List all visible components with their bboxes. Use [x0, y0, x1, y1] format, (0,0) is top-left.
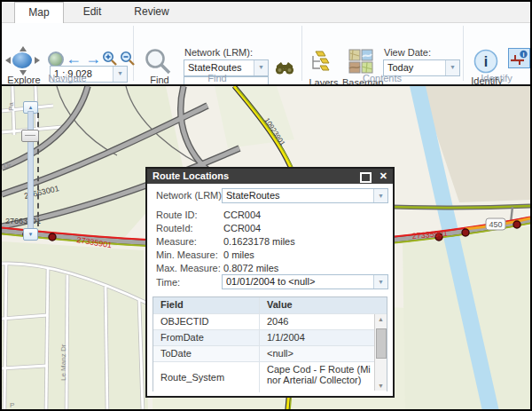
max-measure-value: 0.8072 miles [223, 263, 278, 273]
ribbon: Explore ← → 1 : 9,028 ▼ Navigate Find Ro… [2, 23, 530, 84]
route-id-value: CCR004 [223, 209, 261, 220]
cell-field: OBJECTID [153, 314, 260, 329]
table-scrollbar[interactable]: ▲ ▼ [374, 314, 387, 391]
close-icon[interactable]: ✕ [379, 169, 387, 184]
cell-field: FromDate [153, 330, 260, 345]
dialog-time-dropdown-icon[interactable]: ▼ [373, 275, 387, 288]
scrollbar-thumb[interactable] [376, 328, 387, 359]
min-measure-label: Min. Measure: [156, 249, 218, 260]
zoom-out-icon[interactable] [120, 51, 136, 67]
route-shield-450: 450 [486, 218, 505, 230]
value-column-header: Value [260, 297, 387, 313]
group-find: Find [133, 73, 301, 83]
street-label: Dr [4, 162, 12, 170]
cell-value: 1/1/2004 [260, 330, 387, 345]
tab-map[interactable]: Map [14, 2, 64, 23]
zoom-in-icon[interactable] [102, 51, 118, 67]
slider-zoom-out-button[interactable]: ▼ [23, 228, 38, 241]
dialog-time-combobox[interactable]: 01/01/2004 to <null> ▼ [222, 274, 388, 289]
pan-left-icon[interactable] [5, 57, 11, 64]
app-window: Map Edit Review Explore ← → 1 : 9,02 [0, 0, 532, 411]
routeid-label: RouteId: [156, 223, 193, 233]
cell-field: Route_System [153, 362, 260, 392]
maximize-icon[interactable] [360, 172, 372, 183]
route-id-label: Route ID: [156, 209, 197, 220]
dialog-network-value: StateRoutes [226, 189, 373, 202]
tab-edit[interactable]: Edit [74, 2, 110, 21]
group-identify: Identify [463, 73, 530, 83]
min-measure-value: 0 miles [223, 249, 254, 260]
svg-text:i: i [523, 51, 525, 58]
pan-right-icon[interactable] [35, 57, 40, 64]
dialog-time-value: 01/01/2004 to <null> [226, 275, 373, 288]
cell-field: ToDate [153, 346, 260, 361]
routeid-value: CCR004 [223, 223, 261, 233]
dialog-titlebar[interactable]: Route Locations [147, 169, 393, 184]
attributes-table: Field Value OBJECTID 2046 FromDate 1/1/2… [153, 296, 387, 391]
table-row[interactable]: OBJECTID 2046 [153, 313, 387, 329]
identify-icon[interactable]: i [473, 48, 499, 75]
measure-value: 0.1623178 miles [223, 236, 295, 247]
scroll-up-icon[interactable]: ▲ [375, 316, 387, 322]
dialog-network-dropdown-icon[interactable]: ▼ [373, 189, 387, 202]
svg-text:450: 450 [489, 220, 502, 229]
route-locations-dialog: Route Locations ✕ Network (LRM): StateRo… [145, 167, 395, 398]
max-measure-label: Max. Measure: [156, 263, 221, 273]
identify-route-locations-button[interactable]: i [508, 48, 530, 68]
ribbon-tabbar: Map Edit Review [2, 2, 530, 23]
route-label: 27663001 [5, 217, 41, 225]
table-row[interactable]: FromDate 1/1/2004 [153, 329, 387, 345]
dialog-network-combobox[interactable]: StateRoutes ▼ [222, 188, 388, 203]
measure-label: Measure: [156, 236, 197, 247]
svg-text:i: i [484, 54, 488, 69]
table-header-row: Field Value [153, 297, 387, 313]
time-label: Time: [156, 277, 180, 288]
view-date-label: View Date: [384, 47, 431, 58]
table-row[interactable]: Route_System Cape Cod - F Route (Mi nor … [153, 361, 387, 392]
explore-orb-icon[interactable] [12, 52, 32, 68]
layers-icon[interactable] [309, 49, 336, 75]
identify-route-locations-icon: i [509, 49, 529, 67]
street-label: Pa [7, 102, 15, 111]
network-lrm-label: Network (LRM): [184, 47, 253, 58]
table-row[interactable]: ToDate <null> [153, 345, 387, 361]
tab-review[interactable]: Review [128, 2, 176, 21]
basemap-icon[interactable] [348, 49, 373, 74]
field-column-header: Field [153, 297, 260, 313]
scroll-down-icon[interactable]: ▼ [375, 383, 387, 389]
network-field-label: Network (LRM): [156, 190, 224, 201]
street-label: P [10, 401, 14, 409]
cell-value: <null> [260, 346, 387, 361]
group-navigate: Navigate [2, 73, 133, 83]
pan-up-icon[interactable] [20, 46, 27, 51]
group-contents: Contents [301, 73, 463, 83]
zoom-slider-handle[interactable] [21, 130, 39, 142]
street-label: Le Manz Dr [59, 344, 67, 381]
cell-value: Cape Cod - F Route (Mi nor Arterial/ Col… [260, 362, 387, 392]
cell-value: 2046 [260, 314, 387, 329]
